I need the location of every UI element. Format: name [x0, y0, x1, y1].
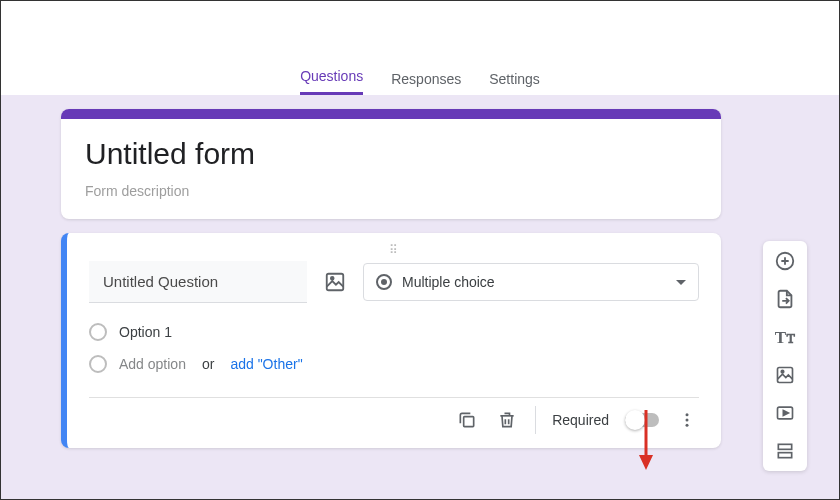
- more-options-icon[interactable]: [675, 408, 699, 432]
- divider: [535, 406, 536, 434]
- form-description[interactable]: Form description: [85, 183, 697, 199]
- form-header-card: Untitled form Form description: [61, 109, 721, 219]
- svg-rect-0: [327, 274, 344, 291]
- chevron-down-icon: [676, 280, 686, 285]
- svg-point-3: [686, 413, 689, 416]
- question-title-input[interactable]: [89, 261, 307, 303]
- question-footer: Required: [89, 397, 699, 434]
- svg-rect-10: [778, 444, 791, 449]
- drag-handle-icon[interactable]: ⠿: [89, 243, 699, 257]
- radio-empty-icon: [89, 323, 107, 341]
- delete-icon[interactable]: [495, 408, 519, 432]
- tab-responses[interactable]: Responses: [391, 71, 461, 95]
- question-card: ⠿ Multiple choice Option 1 Add option or…: [61, 233, 721, 448]
- or-text: or: [202, 356, 214, 372]
- add-option-row: Add option or add "Other": [89, 355, 699, 373]
- svg-point-1: [331, 277, 334, 280]
- tab-settings[interactable]: Settings: [489, 71, 540, 95]
- add-question-icon[interactable]: [773, 249, 797, 273]
- add-other-button[interactable]: add "Other": [230, 356, 302, 372]
- svg-marker-13: [639, 455, 653, 470]
- import-questions-icon[interactable]: [773, 287, 797, 311]
- svg-rect-2: [464, 417, 474, 427]
- add-section-icon[interactable]: [773, 439, 797, 463]
- required-label: Required: [552, 412, 609, 428]
- tab-questions[interactable]: Questions: [300, 68, 363, 95]
- radio-empty-icon: [89, 355, 107, 373]
- svg-rect-7: [778, 368, 793, 383]
- option-row[interactable]: Option 1: [89, 323, 699, 341]
- add-image-icon[interactable]: [323, 270, 347, 294]
- add-option-button[interactable]: Add option: [119, 356, 186, 372]
- svg-rect-11: [778, 453, 791, 458]
- option-label[interactable]: Option 1: [119, 324, 172, 340]
- form-tabs: Questions Responses Settings: [1, 61, 839, 95]
- svg-point-5: [686, 424, 689, 427]
- form-accent-bar: [61, 109, 721, 119]
- radio-icon: [376, 274, 392, 290]
- form-title[interactable]: Untitled form: [85, 137, 697, 171]
- svg-point-4: [686, 419, 689, 422]
- add-image-toolbar-icon[interactable]: [773, 363, 797, 387]
- floating-toolbar: Tᴛ: [763, 241, 807, 471]
- question-type-select[interactable]: Multiple choice: [363, 263, 699, 301]
- required-toggle[interactable]: [625, 413, 659, 427]
- add-video-icon[interactable]: [773, 401, 797, 425]
- question-type-label: Multiple choice: [402, 274, 495, 290]
- duplicate-icon[interactable]: [455, 408, 479, 432]
- add-title-icon[interactable]: Tᴛ: [773, 325, 797, 349]
- svg-point-8: [781, 370, 784, 373]
